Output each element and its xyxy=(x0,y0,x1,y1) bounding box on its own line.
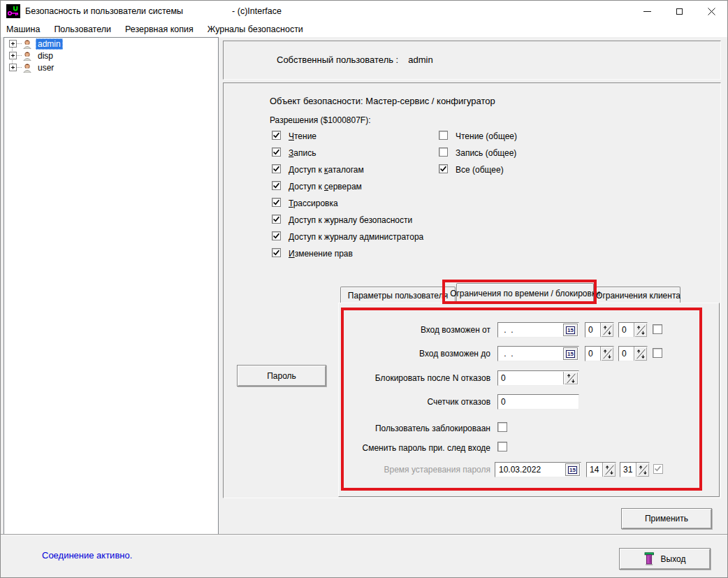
minimize-button[interactable] xyxy=(631,1,663,22)
tree-item-label[interactable]: disp xyxy=(36,50,55,62)
expand-plus-icon[interactable] xyxy=(9,52,17,59)
tab-user-parameters[interactable]: Параметры пользователя xyxy=(340,287,456,303)
tree-item-label[interactable]: user xyxy=(36,62,56,73)
calendar-button[interactable]: 15 xyxy=(563,324,578,336)
checkbox-catalog-access[interactable] xyxy=(272,164,281,173)
checkbox-label[interactable]: Доступ к журналу безопасности xyxy=(289,215,412,225)
menu-item-machine[interactable]: Машина xyxy=(1,22,47,36)
permissions-column-left: Чтение Запись Доступ к каталогам Доступ … xyxy=(272,131,423,265)
spinner-value[interactable]: 0 xyxy=(585,323,600,337)
password-button-label: Пароль xyxy=(267,371,296,381)
spinner-button[interactable] xyxy=(563,372,578,384)
perm-row-read: Чтение xyxy=(272,131,423,147)
login-from-hours-spinner[interactable]: 0 xyxy=(585,322,614,338)
fail-counter-field[interactable]: 0 xyxy=(497,394,579,410)
checkbox-label[interactable]: Запись (общее) xyxy=(456,148,516,158)
spinner-button[interactable] xyxy=(600,347,613,361)
menu-item-security-logs[interactable]: Журналы безопасности xyxy=(201,22,310,36)
field-value: 0 xyxy=(501,397,506,407)
calendar-icon: 15 xyxy=(566,350,575,358)
titlebar: Безопасность и пользователи системы - (c… xyxy=(1,1,727,22)
user-icon xyxy=(22,62,32,73)
password-expiry-checkbox xyxy=(653,464,663,474)
checkbox-all-common[interactable] xyxy=(439,164,448,173)
permissions-column-right: Чтение (общее) Запись (общее) Все (общее… xyxy=(439,131,517,181)
tree-item-user[interactable]: user xyxy=(4,62,218,73)
tab-time-restrictions[interactable]: Ограничения по времени / блокировки xyxy=(456,283,594,303)
checkbox-admin-log[interactable] xyxy=(272,231,281,240)
expand-plus-icon[interactable] xyxy=(9,40,17,48)
checkbox-write[interactable] xyxy=(272,147,281,157)
calendar-button: 15 xyxy=(565,463,580,476)
checkbox-label[interactable]: Доступ к каталогам xyxy=(289,165,364,175)
spinner-value: 14 xyxy=(587,463,602,477)
menu-item-backup[interactable]: Резервная копия xyxy=(118,22,201,36)
user-locked-checkbox[interactable] xyxy=(497,422,507,432)
perm-row-all-common: Все (общее) xyxy=(439,164,517,181)
login-from-label: Вход возможен от xyxy=(421,325,490,335)
maximize-icon xyxy=(676,8,683,15)
tab-client-restrictions[interactable]: Ограничения клиента xyxy=(596,287,680,303)
login-from-minutes-spinner[interactable]: 0 xyxy=(618,322,648,338)
checkbox-label[interactable]: Чтение xyxy=(289,131,316,141)
expand-plus-icon[interactable] xyxy=(9,64,17,71)
apply-button-label: Применить xyxy=(645,514,688,523)
spinner-value[interactable]: 0 xyxy=(585,347,600,361)
checkbox-label[interactable]: Трассировка xyxy=(289,198,338,208)
apply-button[interactable]: Применить xyxy=(621,508,712,529)
calendar-button[interactable]: 15 xyxy=(563,347,578,360)
menu-item-users[interactable]: Пользователи xyxy=(47,22,118,36)
date-value: 10.03.2022 xyxy=(499,465,541,475)
lock-after-field[interactable]: 0 xyxy=(497,370,579,386)
login-to-enable-checkbox[interactable] xyxy=(653,348,662,358)
fail-counter-label: Счетчик отказов xyxy=(428,397,490,407)
calendar-icon: 15 xyxy=(566,326,575,334)
login-to-date-field[interactable]: . . 15 xyxy=(497,346,579,361)
app-icon xyxy=(6,4,20,18)
exit-button[interactable]: Выход xyxy=(619,548,711,570)
checkbox-tracing[interactable] xyxy=(272,198,281,207)
checkbox-label[interactable]: Все (общее) xyxy=(456,165,504,175)
spinner-value[interactable]: 0 xyxy=(619,347,634,361)
window-controls xyxy=(631,1,727,22)
close-button[interactable] xyxy=(695,1,727,22)
checkbox-read[interactable] xyxy=(272,131,281,140)
change-password-checkbox[interactable] xyxy=(497,442,507,451)
perm-row-security-log: Доступ к журналу безопасности xyxy=(272,215,423,231)
field-value: 0 xyxy=(501,373,506,383)
close-icon xyxy=(708,8,715,15)
checkbox-write-common[interactable] xyxy=(439,147,448,157)
login-from-enable-checkbox[interactable] xyxy=(653,324,662,334)
perm-row-read-common: Чтение (общее) xyxy=(439,131,517,147)
login-to-minutes-spinner[interactable]: 0 xyxy=(618,346,648,361)
connection-status-text: Соединение активно. xyxy=(42,550,132,561)
own-user-label: Собственный пользователь : xyxy=(277,55,398,65)
tree-connector-line xyxy=(17,43,22,44)
spinner-button[interactable] xyxy=(634,347,647,361)
menubar: Машина Пользователи Резервная копия Журн… xyxy=(1,22,727,37)
spinner-button[interactable] xyxy=(600,323,613,337)
tree-item-admin[interactable]: admin xyxy=(4,38,218,50)
lock-after-label: Блокировать после N отказов xyxy=(375,373,490,383)
checkbox-label[interactable]: Запись xyxy=(289,148,316,158)
checkbox-server-access[interactable] xyxy=(272,181,281,190)
password-button[interactable]: Пароль xyxy=(237,365,326,386)
window-title-suffix: - (c)Interface xyxy=(232,6,282,16)
checkbox-change-rights[interactable] xyxy=(272,248,281,257)
checkbox-label[interactable]: Чтение (общее) xyxy=(456,131,517,141)
checkbox-read-common[interactable] xyxy=(439,131,448,140)
checkbox-label[interactable]: Изменение прав xyxy=(289,249,353,259)
checkbox-label[interactable]: Доступ к серверам xyxy=(289,182,362,192)
login-to-hours-spinner[interactable]: 0 xyxy=(585,346,614,361)
user-locked-label: Пользователь заблокироваан xyxy=(375,424,490,433)
login-from-date-field[interactable]: . . 15 xyxy=(497,322,579,338)
checkbox-security-log[interactable] xyxy=(272,215,281,224)
maximize-button[interactable] xyxy=(663,1,695,22)
checkbox-label[interactable]: Доступ к журналу администратора xyxy=(289,232,423,242)
spinner-value[interactable]: 0 xyxy=(619,323,634,337)
tree-item-disp[interactable]: disp xyxy=(4,50,218,62)
permissions-label: Разрешения ($1000807F): xyxy=(270,115,371,125)
spinner-button[interactable] xyxy=(634,323,647,337)
tree-item-label[interactable]: admin xyxy=(36,38,63,50)
user-tree-panel[interactable]: admin disp user xyxy=(3,37,219,535)
